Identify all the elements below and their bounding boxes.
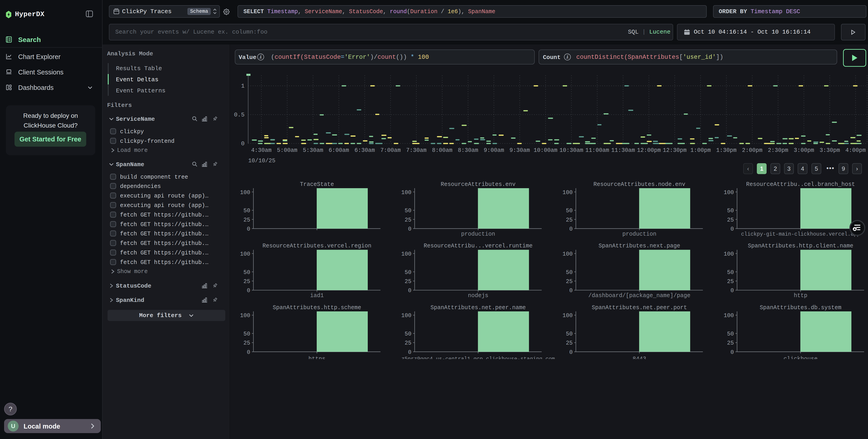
svg-text:100: 100 <box>401 189 411 196</box>
svg-text:0: 0 <box>247 226 250 232</box>
svg-text:SpanAttributes.net.peer.name: SpanAttributes.net.peer.name <box>431 304 526 311</box>
svg-text:3:30pm: 3:30pm <box>819 147 840 154</box>
svg-text:9:30am: 9:30am <box>509 147 530 154</box>
svg-text:SpanAttributes.db.system: SpanAttributes.db.system <box>760 304 841 311</box>
svg-text:25: 25 <box>405 340 411 346</box>
svg-text:100: 100 <box>240 312 250 319</box>
svg-text:25: 25 <box>405 278 411 285</box>
svg-text:ResourceAttribu...vercel.runti: ResourceAttribu...vercel.runtime <box>424 243 533 249</box>
svg-text:50: 50 <box>566 207 572 214</box>
svg-text:1: 1 <box>241 83 245 89</box>
svg-text:11:00am: 11:00am <box>585 147 609 154</box>
svg-text:SpanAttributes.http.scheme: SpanAttributes.http.scheme <box>273 304 361 311</box>
svg-text:4:30am: 4:30am <box>251 147 272 154</box>
svg-text:0: 0 <box>731 226 734 232</box>
svg-text:4:00pm: 4:00pm <box>845 147 866 154</box>
svg-text:100: 100 <box>240 189 250 196</box>
svg-text:25: 25 <box>566 217 572 223</box>
svg-text:25: 25 <box>243 278 250 285</box>
svg-text:8443: 8443 <box>632 356 646 359</box>
svg-text:100: 100 <box>562 251 572 257</box>
svg-text:0: 0 <box>408 226 411 232</box>
svg-text:SpanAttributes.next.page: SpanAttributes.next.page <box>598 243 680 249</box>
svg-text:iad1: iad1 <box>310 292 324 299</box>
svg-text:1:00pm: 1:00pm <box>690 147 711 154</box>
svg-text:10/10/25: 10/10/25 <box>248 157 275 164</box>
svg-text:50: 50 <box>405 331 411 337</box>
svg-text:ResourceAttributes.vercel.regi: ResourceAttributes.vercel.region <box>262 243 371 249</box>
svg-text:100: 100 <box>724 312 734 319</box>
svg-text:5:30am: 5:30am <box>303 147 323 154</box>
svg-text:0: 0 <box>408 287 411 294</box>
svg-text:50: 50 <box>405 207 411 214</box>
svg-text:25: 25 <box>727 217 734 223</box>
svg-text:7:00am: 7:00am <box>380 147 401 154</box>
svg-text:50: 50 <box>566 269 572 276</box>
svg-text:production: production <box>622 231 656 237</box>
svg-text:2:30pm: 2:30pm <box>768 147 788 154</box>
svg-text:12:30pm: 12:30pm <box>663 147 686 154</box>
svg-text:50: 50 <box>727 207 734 214</box>
svg-text:25: 25 <box>727 340 734 346</box>
svg-text:0: 0 <box>731 287 734 294</box>
svg-text:25: 25 <box>727 278 734 285</box>
svg-text:12:00pm: 12:00pm <box>637 147 661 154</box>
svg-text:z5prz9ggc4.us-central1.gcp.cli: z5prz9ggc4.us-central1.gcp.clickhouse-st… <box>401 356 555 359</box>
svg-text:http: http <box>794 292 807 299</box>
svg-text:50: 50 <box>566 331 572 337</box>
svg-text:100: 100 <box>724 189 734 196</box>
svg-text:25: 25 <box>566 278 572 285</box>
svg-text:0: 0 <box>241 140 245 147</box>
svg-text:/dashboard/[package_name]/page: /dashboard/[package_name]/page <box>588 292 690 299</box>
svg-text:nodejs: nodejs <box>468 292 489 299</box>
svg-text:3:00pm: 3:00pm <box>794 147 814 154</box>
svg-text:100: 100 <box>562 312 572 319</box>
svg-text:SpanAttributes.net.peer.port: SpanAttributes.net.peer.port <box>592 304 687 311</box>
svg-text:100: 100 <box>562 189 572 196</box>
svg-text:TraceState: TraceState <box>300 181 334 188</box>
svg-text:ResourceAttributes.node.env: ResourceAttributes.node.env <box>593 181 685 188</box>
svg-text:https: https <box>308 356 325 359</box>
svg-text:ResourceAttribu..cel.branch_ho: ResourceAttribu..cel.branch_host <box>746 181 855 188</box>
svg-text:0: 0 <box>731 349 734 356</box>
svg-text:8:00am: 8:00am <box>432 147 453 154</box>
svg-text:5:00am: 5:00am <box>277 147 298 154</box>
svg-text:2:00pm: 2:00pm <box>742 147 763 154</box>
svg-text:100: 100 <box>240 251 250 257</box>
svg-text:100: 100 <box>724 251 734 257</box>
svg-text:0: 0 <box>569 349 572 356</box>
svg-text:clickhouse: clickhouse <box>784 356 818 359</box>
svg-text:9:00am: 9:00am <box>484 147 504 154</box>
svg-text:6:30am: 6:30am <box>354 147 375 154</box>
svg-text:25: 25 <box>566 340 572 346</box>
svg-text:clickpy-git-main-clickhouse.ve: clickpy-git-main-clickhouse.vercel.app <box>741 231 860 237</box>
svg-text:8:30am: 8:30am <box>458 147 478 154</box>
svg-text:6:00am: 6:00am <box>329 147 349 154</box>
svg-text:7:30am: 7:30am <box>406 147 427 154</box>
svg-text:50: 50 <box>727 269 734 276</box>
svg-text:0: 0 <box>569 287 572 294</box>
svg-text:0: 0 <box>247 287 250 294</box>
svg-text:10:00am: 10:00am <box>534 147 557 154</box>
svg-text:11:30am: 11:30am <box>611 147 635 154</box>
svg-text:ResourceAttributes.env: ResourceAttributes.env <box>441 181 516 188</box>
svg-text:25: 25 <box>243 217 250 223</box>
svg-text:10:30am: 10:30am <box>559 147 583 154</box>
svg-text:50: 50 <box>405 269 411 276</box>
svg-text:50: 50 <box>243 207 250 214</box>
svg-text:0.5: 0.5 <box>234 112 245 118</box>
svg-text:50: 50 <box>243 331 250 337</box>
svg-text:production: production <box>461 231 495 237</box>
svg-text:50: 50 <box>727 331 734 337</box>
svg-text:50: 50 <box>243 269 250 276</box>
svg-text:25: 25 <box>405 217 411 223</box>
svg-text:100: 100 <box>401 251 411 257</box>
svg-text:0: 0 <box>408 349 411 356</box>
svg-text:0: 0 <box>569 226 572 232</box>
svg-text:25: 25 <box>243 340 250 346</box>
svg-text:0: 0 <box>247 349 250 356</box>
svg-text:1:30pm: 1:30pm <box>716 147 737 154</box>
svg-text:SpanAttributes.http.client.nam: SpanAttributes.http.client.name <box>748 243 853 249</box>
svg-text:100: 100 <box>401 312 411 319</box>
